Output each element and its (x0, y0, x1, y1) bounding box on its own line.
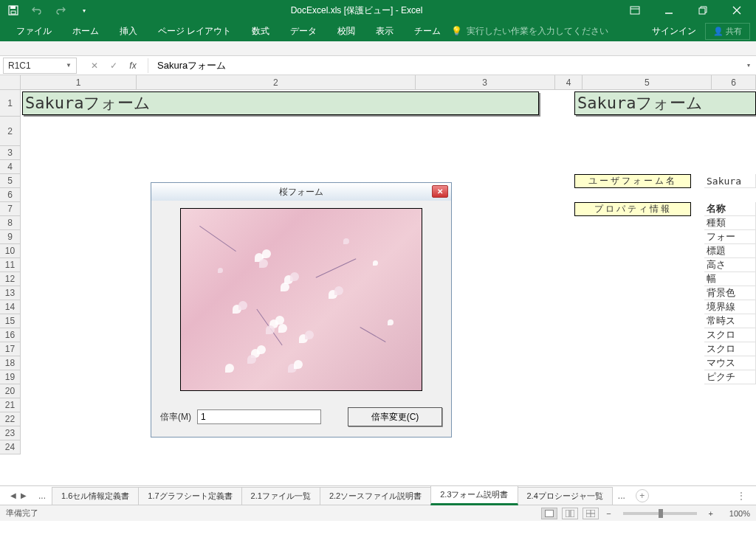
tab-formulas[interactable]: 数式 (241, 21, 280, 42)
cell-prop[interactable]: 境界線 (704, 300, 756, 314)
row-header[interactable]: 23 (0, 426, 20, 440)
view-normal-button[interactable] (541, 508, 557, 519)
qat-customize[interactable]: ▾ (74, 1, 94, 19)
chevron-down-icon[interactable]: ▼ (66, 62, 72, 69)
row-header[interactable]: 14 (0, 300, 20, 314)
cell-prop[interactable]: 背景色 (704, 286, 756, 300)
tab-pagelayout[interactable]: ページ レイアウト (148, 21, 241, 42)
cell-userform-value[interactable]: Sakura (704, 174, 756, 188)
row-header[interactable]: 17 (0, 342, 20, 356)
row-header[interactable]: 18 (0, 356, 20, 370)
sheet-tab[interactable]: 1.7グラフシート定義書 (138, 487, 241, 505)
sheet-tab-active[interactable]: 2.3フォーム説明書 (430, 485, 518, 505)
cell-title-1[interactable]: Sakuraフォーム (22, 91, 539, 115)
tab-scroll-menu[interactable]: ⋮ (731, 491, 752, 501)
cell-prop[interactable]: 種類 (704, 216, 756, 230)
col-header[interactable]: 6 (712, 75, 756, 89)
close-button[interactable] (721, 1, 753, 19)
sheet-tab[interactable]: 2.2ソースファイル説明書 (320, 487, 431, 505)
rate-input[interactable] (197, 409, 321, 424)
name-box[interactable]: R1C1 ▼ (3, 58, 77, 74)
cell-prop[interactable]: スクロ (704, 342, 756, 356)
row-header[interactable]: 3 (0, 146, 20, 160)
sheet-tab[interactable]: 1.6セル情報定義書 (52, 487, 139, 505)
cell-prop[interactable]: 幅 (704, 272, 756, 286)
view-pagebreak-button[interactable] (583, 508, 599, 519)
formula-input[interactable] (151, 58, 741, 72)
dialog-close-button[interactable]: ✕ (432, 185, 448, 198)
dialog-titlebar[interactable]: 桜フォーム ✕ (151, 183, 451, 201)
sheet-more-right[interactable]: ... (612, 488, 631, 504)
cell-property-label[interactable]: プロパティ情報 (574, 202, 691, 216)
tab-file[interactable]: ファイル (6, 21, 62, 42)
tab-data[interactable]: データ (280, 21, 327, 42)
cell-userform-label[interactable]: ユーザフォーム名 (574, 174, 691, 188)
row-header[interactable]: 10 (0, 244, 20, 258)
insert-function-button[interactable]: fx (124, 58, 142, 73)
redo-button[interactable] (50, 1, 71, 19)
cell-prop[interactable]: スクロ (704, 328, 756, 342)
row-header[interactable]: 6 (0, 188, 20, 202)
sheet-tab[interactable]: 2.1ファイル一覧 (241, 487, 320, 505)
cell-prop[interactable]: 常時ス (704, 314, 756, 328)
minimize-button[interactable] (653, 1, 685, 19)
tab-view[interactable]: 表示 (365, 21, 404, 42)
ribbon-display-options[interactable] (619, 1, 651, 19)
col-header[interactable]: 4 (555, 75, 583, 89)
row-header[interactable]: 15 (0, 314, 20, 328)
cell-prop[interactable]: フォー (704, 230, 756, 244)
sheet-more-left[interactable]: ... (32, 488, 52, 504)
formula-bar-expand[interactable]: ▾ (741, 62, 756, 69)
col-header[interactable]: 2 (137, 75, 416, 89)
undo-button[interactable] (27, 1, 47, 19)
tab-review[interactable]: 校閲 (327, 21, 365, 42)
row-header[interactable]: 24 (0, 440, 20, 454)
tab-home[interactable]: ホーム (62, 21, 109, 42)
spreadsheet-grid[interactable]: 1 2 3 4 5 6 1 2 3 4 5 6 7 8 9 10 11 12 1… (0, 75, 756, 485)
tab-team[interactable]: チーム (404, 21, 451, 42)
save-button[interactable] (3, 1, 24, 19)
row-header[interactable]: 19 (0, 370, 20, 384)
row-header[interactable]: 20 (0, 384, 20, 398)
cell-prop[interactable]: 名称 (704, 202, 756, 216)
row-header[interactable]: 1 (0, 90, 20, 117)
cancel-formula-button[interactable]: ✕ (86, 58, 103, 73)
cell-title-2[interactable]: Sakuraフォーム (574, 91, 756, 115)
tell-me[interactable]: 💡 実行したい作業を入力してください (451, 25, 608, 38)
restore-button[interactable] (687, 1, 719, 19)
cell-prop[interactable]: マウス (704, 356, 756, 370)
cell-prop[interactable]: 高さ (704, 258, 756, 272)
tab-insert[interactable]: 挿入 (109, 21, 148, 42)
share-button[interactable]: 👤 共有 (705, 23, 750, 40)
row-header[interactable]: 7 (0, 202, 20, 216)
zoom-slider[interactable] (623, 512, 697, 515)
row-header[interactable]: 21 (0, 398, 20, 412)
cell-prop[interactable]: 標題 (704, 244, 756, 258)
enter-formula-button[interactable]: ✓ (105, 58, 123, 73)
cell-prop[interactable]: ピクチ (704, 370, 756, 384)
sheet-nav-first[interactable]: ◀ (10, 491, 16, 499)
rate-change-button[interactable]: 倍率変更(C) (348, 407, 442, 426)
row-header[interactable]: 8 (0, 216, 20, 230)
row-header[interactable]: 2 (0, 117, 20, 146)
zoom-out-button[interactable]: − (603, 509, 614, 518)
select-all-corner[interactable] (0, 75, 21, 90)
add-sheet-button[interactable]: + (636, 489, 649, 502)
view-pagelayout-button[interactable] (562, 508, 578, 519)
sheet-tab[interactable]: 2.4プロシージャ一覧 (518, 487, 613, 505)
row-header[interactable]: 12 (0, 272, 20, 286)
row-header[interactable]: 5 (0, 174, 20, 188)
row-header[interactable]: 9 (0, 230, 20, 244)
row-header[interactable]: 22 (0, 412, 20, 426)
row-header[interactable]: 13 (0, 286, 20, 300)
zoom-in-button[interactable]: + (706, 509, 716, 518)
row-header[interactable]: 11 (0, 258, 20, 272)
row-header[interactable]: 4 (0, 160, 20, 174)
zoom-level[interactable]: 100% (721, 509, 750, 518)
signin-link[interactable]: サインイン (652, 25, 696, 38)
col-header[interactable]: 5 (583, 75, 712, 89)
col-header[interactable]: 3 (416, 75, 555, 89)
col-header[interactable]: 1 (21, 75, 137, 89)
row-header[interactable]: 16 (0, 328, 20, 342)
sheet-nav-prev[interactable]: ▶ (21, 491, 27, 499)
